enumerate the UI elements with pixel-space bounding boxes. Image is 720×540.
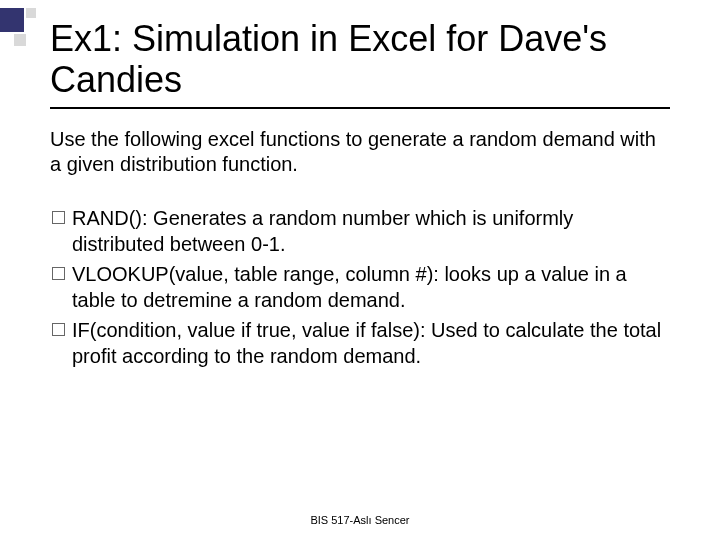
list-item: RAND(): Generates a random number which … [50, 205, 670, 257]
slide-content: Ex1: Simulation in Excel for Dave's Cand… [0, 0, 720, 540]
intro-text: Use the following excel functions to gen… [50, 127, 670, 177]
slide-title: Ex1: Simulation in Excel for Dave's Cand… [50, 18, 670, 101]
title-rule [50, 107, 670, 109]
list-item: VLOOKUP(value, table range, column #): l… [50, 261, 670, 313]
bullet-list: RAND(): Generates a random number which … [50, 205, 670, 369]
list-item: IF(condition, value if true, value if fa… [50, 317, 670, 369]
slide-footer: BIS 517-Aslı Sencer [0, 514, 720, 526]
